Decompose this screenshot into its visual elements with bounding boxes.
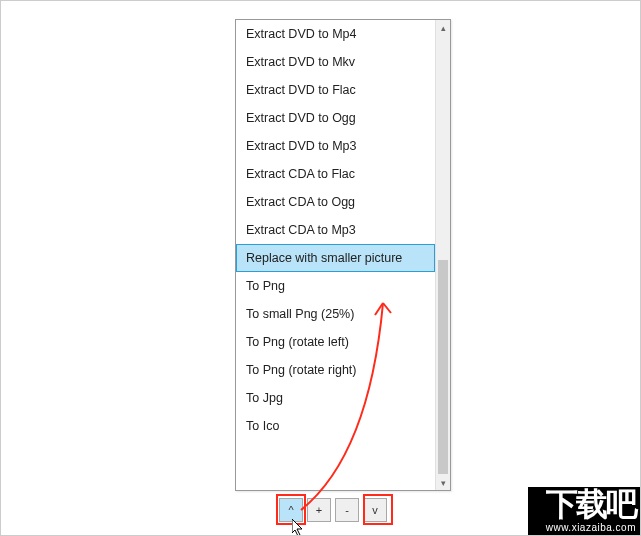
preset-dropdown: Extract DVD to Mp4 Extract DVD to Mkv Ex… (235, 19, 451, 491)
list-item[interactable]: Extract DVD to Mkv (236, 48, 435, 76)
add-button[interactable]: + (307, 498, 331, 522)
list-item[interactable]: To Jpg (236, 384, 435, 412)
list-item-label: Extract DVD to Flac (246, 83, 356, 97)
list-item-selected[interactable]: Replace with smaller picture (236, 244, 435, 272)
list-item[interactable]: To small Png (25%) (236, 300, 435, 328)
list-item[interactable]: Extract CDA to Ogg (236, 188, 435, 216)
watermark: 下载吧 www.xiazaiba.com (528, 487, 640, 535)
list-item-label: Extract CDA to Flac (246, 167, 355, 181)
list-item-label: Extract DVD to Ogg (246, 111, 356, 125)
list-item[interactable]: Extract DVD to Mp4 (236, 20, 435, 48)
list-item[interactable]: To Png (rotate left) (236, 328, 435, 356)
list-item-label: Extract DVD to Mp4 (246, 27, 356, 41)
watermark-url: www.xiazaiba.com (546, 522, 636, 533)
scroll-up-icon[interactable]: ▴ (436, 20, 450, 35)
list-item[interactable]: To Ico (236, 412, 435, 440)
list-item-label: To Jpg (246, 391, 283, 405)
list-item-label: Replace with smaller picture (246, 251, 402, 265)
preset-list[interactable]: Extract DVD to Mp4 Extract DVD to Mkv Ex… (236, 20, 435, 490)
list-item-label: Extract CDA to Mp3 (246, 223, 356, 237)
reorder-toolbar: ^ + - v (279, 498, 387, 522)
remove-button[interactable]: - (335, 498, 359, 522)
watermark-text: 下载吧 (546, 487, 636, 527)
scrollbar[interactable]: ▴ ▾ (435, 20, 450, 490)
list-item[interactable]: To Png (236, 272, 435, 300)
list-item[interactable]: To Png (rotate right) (236, 356, 435, 384)
list-item-label: To Png (246, 279, 285, 293)
list-item-label: To Png (rotate right) (246, 363, 356, 377)
scroll-down-icon[interactable]: ▾ (436, 475, 450, 490)
minus-icon: - (345, 504, 349, 516)
list-item-label: To Png (rotate left) (246, 335, 349, 349)
list-item[interactable]: Extract DVD to Ogg (236, 104, 435, 132)
list-item-label: Extract CDA to Ogg (246, 195, 355, 209)
list-item-label: Extract DVD to Mp3 (246, 139, 356, 153)
list-item[interactable]: Extract DVD to Mp3 (236, 132, 435, 160)
move-up-button[interactable]: ^ (279, 498, 303, 522)
caret-up-icon: ^ (288, 504, 293, 516)
list-item-label: Extract DVD to Mkv (246, 55, 355, 69)
list-item-label: To small Png (25%) (246, 307, 354, 321)
move-down-button[interactable]: v (363, 498, 387, 522)
scroll-thumb[interactable] (438, 260, 448, 474)
caret-down-icon: v (372, 504, 378, 516)
list-item[interactable]: Extract CDA to Mp3 (236, 216, 435, 244)
list-item[interactable]: Extract CDA to Flac (236, 160, 435, 188)
plus-icon: + (316, 504, 322, 516)
list-item-label: To Ico (246, 419, 279, 433)
list-item[interactable]: Extract DVD to Flac (236, 76, 435, 104)
